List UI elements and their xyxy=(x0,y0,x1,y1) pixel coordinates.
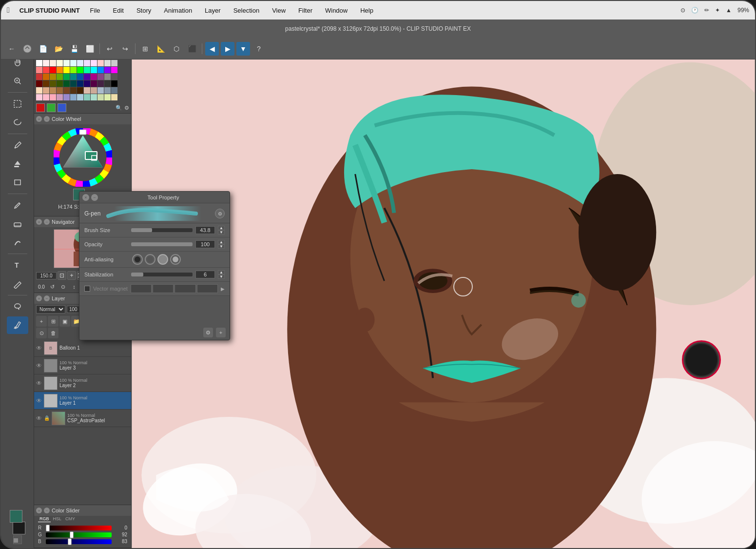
zoom-value[interactable]: 150.0 xyxy=(36,272,57,279)
color-cell[interactable] xyxy=(57,80,63,87)
nav-rotate-left[interactable]: ↺ xyxy=(48,282,58,292)
color-cell[interactable] xyxy=(111,87,117,94)
color-slider-min[interactable]: − xyxy=(44,508,50,513)
layer-ref-btn[interactable]: ⊙ xyxy=(36,328,47,338)
hue-indicator[interactable] xyxy=(79,130,86,135)
color-cell[interactable] xyxy=(91,67,97,73)
color-cell[interactable] xyxy=(50,74,56,80)
color-cell[interactable] xyxy=(84,80,90,87)
navigator-min[interactable]: − xyxy=(44,219,50,225)
tool-zoom[interactable] xyxy=(7,72,28,90)
opacity-up[interactable]: ▲ xyxy=(218,240,225,244)
aa-option-medium[interactable] xyxy=(157,254,168,265)
layer-eye-layer2[interactable]: 👁 xyxy=(36,380,42,387)
opacity-down[interactable]: ▼ xyxy=(218,244,225,249)
color-cell[interactable] xyxy=(70,94,77,100)
color-cell[interactable] xyxy=(111,74,117,80)
color-cell[interactable] xyxy=(70,74,77,80)
vm-seg-3[interactable] xyxy=(174,284,195,293)
color-cell[interactable] xyxy=(63,80,70,87)
dialog-min-btn[interactable]: − xyxy=(91,194,98,201)
footer-settings-icon[interactable]: ⚙ xyxy=(203,328,213,337)
active-color-r[interactable] xyxy=(36,103,45,112)
color-cell[interactable] xyxy=(36,67,42,73)
toolbar-undo-btn[interactable]: ↩ xyxy=(103,42,116,56)
menu-filter[interactable]: Filter xyxy=(296,6,315,15)
active-color-g[interactable] xyxy=(47,103,56,112)
toolbar-fill-btn[interactable]: ⬛ xyxy=(185,42,199,56)
layer-item-csp[interactable]: 👁 🔒 100 % Normal CSP_AstroPastel xyxy=(34,410,131,427)
menu-help[interactable]: Help xyxy=(358,6,376,15)
color-cell[interactable] xyxy=(104,67,111,73)
toolbar-redo-btn[interactable]: ↪ xyxy=(118,42,132,56)
new-layer-btn[interactable]: + xyxy=(36,316,47,327)
toolbar-select-btn[interactable]: ⬡ xyxy=(170,42,183,56)
color-cell[interactable] xyxy=(57,74,63,80)
vm-expand[interactable]: ▶ xyxy=(221,286,225,292)
color-cell[interactable] xyxy=(43,80,49,87)
tool-balloon[interactable] xyxy=(7,298,28,315)
color-cell[interactable] xyxy=(57,94,63,100)
layer-item-balloon1[interactable]: 👁 B Balloon 1 xyxy=(34,339,131,357)
color-cell[interactable] xyxy=(91,87,97,94)
tool-ruler-tool[interactable] xyxy=(7,275,28,293)
nav-rotate-reset[interactable]: ⊙ xyxy=(58,282,68,292)
toolbar-grid-btn[interactable]: ⊞ xyxy=(138,42,152,56)
tab-rgb[interactable]: RGB xyxy=(38,516,51,522)
color-cell[interactable] xyxy=(91,74,97,80)
aa-option-none[interactable] xyxy=(132,254,143,265)
tool-settings-icon[interactable]: ⚙ xyxy=(215,209,225,218)
color-cell[interactable] xyxy=(43,74,49,80)
color-cell[interactable] xyxy=(43,87,49,94)
color-slider-close[interactable]: × xyxy=(36,508,42,513)
color-cell[interactable] xyxy=(77,94,83,100)
tool-blend[interactable] xyxy=(7,234,28,251)
toolbar-nav-left[interactable]: ◀ xyxy=(205,42,219,56)
brush-size-up[interactable]: ▲ xyxy=(218,226,225,230)
stabilization-down[interactable]: ▼ xyxy=(218,274,225,279)
color-cell[interactable] xyxy=(77,74,83,80)
color-cell[interactable] xyxy=(70,60,77,66)
toolbar-ruler-btn[interactable]: 📐 xyxy=(154,42,168,56)
color-cell[interactable] xyxy=(36,80,42,87)
dialog-close-btn[interactable]: × xyxy=(82,194,89,201)
menu-view[interactable]: View xyxy=(270,6,288,15)
color-cell[interactable] xyxy=(104,94,111,100)
color-cell[interactable] xyxy=(43,67,49,73)
color-cell[interactable] xyxy=(70,87,77,94)
color-cell[interactable] xyxy=(84,87,90,94)
color-white[interactable] xyxy=(36,60,42,66)
color-cell[interactable] xyxy=(36,87,42,94)
color-cell[interactable] xyxy=(63,60,70,66)
layer-mode-select[interactable]: Normal Multiply Screen xyxy=(36,305,65,314)
color-black[interactable] xyxy=(111,80,117,87)
layer-min[interactable]: − xyxy=(44,295,50,301)
menu-window[interactable]: Window xyxy=(323,6,350,15)
brush-size-track[interactable] xyxy=(131,228,193,232)
color-wheel-min[interactable]: − xyxy=(44,116,50,122)
color-cell[interactable] xyxy=(50,60,56,66)
color-cell[interactable] xyxy=(43,60,49,66)
brush-size-down[interactable]: ▼ xyxy=(218,230,225,235)
color-cell[interactable] xyxy=(91,94,97,100)
layer-delete-btn[interactable]: 🗑 xyxy=(48,328,58,338)
color-cell[interactable] xyxy=(43,94,49,100)
menu-animation[interactable]: Animation xyxy=(161,6,194,15)
tool-fill[interactable] xyxy=(7,155,28,173)
vm-seg-4[interactable] xyxy=(197,284,218,293)
zoom-in[interactable]: + xyxy=(67,271,76,280)
color-cell[interactable] xyxy=(63,67,70,73)
new-vector-layer-btn[interactable]: ⊞ xyxy=(48,316,58,327)
color-cell[interactable] xyxy=(111,60,117,66)
slider-thumb-r[interactable] xyxy=(46,525,50,531)
fg-color-swatch[interactable] xyxy=(10,510,22,523)
color-cell[interactable] xyxy=(84,60,90,66)
active-color-b[interactable] xyxy=(58,103,66,112)
color-cell[interactable] xyxy=(84,94,90,100)
color-cell[interactable] xyxy=(57,67,63,73)
layer-eye-layer3[interactable]: 👁 xyxy=(36,362,42,369)
tool-pen[interactable] xyxy=(7,196,28,214)
color-cell[interactable] xyxy=(104,80,111,87)
color-cell[interactable] xyxy=(97,80,104,87)
color-cell[interactable] xyxy=(97,87,104,94)
